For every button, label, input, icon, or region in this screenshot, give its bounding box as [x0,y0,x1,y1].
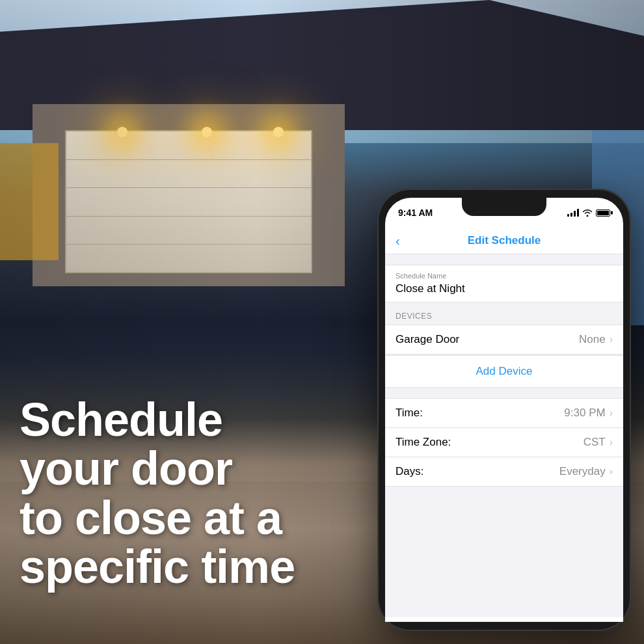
devices-section: DEVICES Garage Door None › Add Device [385,302,623,388]
schedule-name-card: Schedule Name Close at Night [385,265,623,302]
hero-text-block: Schedule your door to close at a specifi… [20,396,319,592]
time-label: Time: [396,407,564,420]
hero-heading: Schedule your door to close at a specifi… [20,396,319,592]
time-chevron-icon: › [610,407,613,419]
timezone-row[interactable]: Time Zone: CST › [385,427,623,457]
schedule-name-label: Schedule Name [385,265,623,281]
device-name: Garage Door [396,333,579,346]
timezone-chevron-icon: › [610,436,613,448]
days-label: Days: [396,465,559,478]
status-time: 9:41 AM [398,206,433,218]
schedule-name-value[interactable]: Close at Night [385,281,623,302]
back-button[interactable]: ‹ [396,234,400,248]
status-icons [567,208,610,217]
phone-notch [462,198,546,216]
battery-icon [596,209,610,217]
device-value: None [579,333,606,346]
chevron-icon: › [610,334,613,345]
app-screen-title: Edit Schedule [468,234,541,247]
timezone-value: CST [584,436,606,449]
days-row[interactable]: Days: Everyday › [385,457,623,487]
phone-mockup: 9:41 AM ‹ Edit Schedule [377,189,631,631]
add-device-button[interactable]: Add Device [476,365,533,377]
wifi-icon [582,209,593,217]
settings-rows: Time: 9:30 PM › Time Zone: CST › Days: E… [385,398,623,487]
days-chevron-icon: › [610,466,613,477]
time-row[interactable]: Time: 9:30 PM › [385,398,623,427]
app-body: Schedule Name Close at Night DEVICES Gar… [385,254,623,617]
app-header: ‹ Edit Schedule [385,226,623,254]
signal-icon [567,209,579,217]
timezone-label: Time Zone: [396,436,584,449]
garage-door-row[interactable]: Garage Door None › [385,325,623,355]
app-screen: ‹ Edit Schedule Schedule Name Close at N… [385,226,623,622]
days-value: Everyday [559,465,606,478]
devices-section-label: DEVICES [385,302,623,325]
add-device-row[interactable]: Add Device [385,355,623,388]
time-value: 9:30 PM [564,407,605,420]
